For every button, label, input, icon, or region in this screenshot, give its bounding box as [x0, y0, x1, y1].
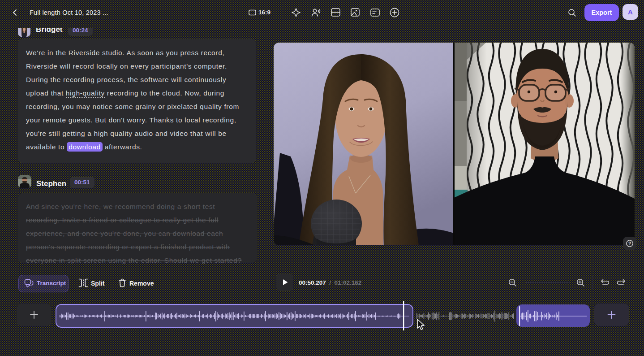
svg-text:?: ?	[628, 241, 631, 246]
